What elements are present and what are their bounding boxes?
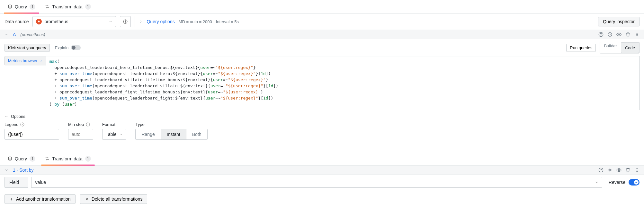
drag-handle-icon[interactable]: [634, 32, 640, 37]
help-icon[interactable]: [598, 32, 604, 37]
tab-transform-bottom[interactable]: Transform data 1: [41, 152, 94, 165]
tabs-bottom: Query 1 Transform data 1: [0, 152, 644, 166]
close-icon: [85, 197, 89, 201]
datasource-help-button[interactable]: [120, 16, 131, 27]
transform-title[interactable]: 1 - Sort by: [13, 167, 34, 173]
query-actions: [598, 32, 640, 37]
svg-point-19: [636, 168, 637, 169]
chevron-down-icon: [4, 115, 8, 119]
explain-toggle[interactable]: [71, 45, 81, 50]
prometheus-icon: [36, 19, 42, 24]
query-options-link[interactable]: Query options: [147, 19, 174, 24]
tab-transform-badge: 1: [85, 4, 91, 10]
transform-icon: [45, 5, 49, 9]
svg-point-11: [637, 35, 638, 36]
tab-query-badge: 1: [30, 4, 35, 10]
chevron-down-icon[interactable]: [4, 168, 8, 172]
svg-point-18: [618, 169, 620, 171]
run-queries-button[interactable]: Run queries: [566, 44, 596, 52]
query-name: (prometheus): [20, 32, 45, 37]
reverse-label: Reverse: [609, 180, 625, 185]
format-value: Table: [106, 132, 116, 137]
format-label: Format: [102, 122, 115, 127]
svg-point-9: [637, 34, 638, 35]
builder-segment[interactable]: Builder: [600, 42, 621, 53]
explain-toggle-wrap: Explain: [55, 45, 81, 50]
transform-field-row: Field Value Reverse: [0, 175, 644, 190]
svg-point-20: [637, 168, 638, 169]
legend-input[interactable]: [4, 129, 59, 140]
svg-point-24: [637, 171, 638, 172]
tab-transform-bottom-label: Transform data: [52, 156, 82, 161]
delete-transformations-button[interactable]: Delete all transformations: [80, 194, 148, 204]
debug-icon[interactable]: [607, 167, 613, 173]
chevron-down-icon: [595, 180, 599, 184]
type-both[interactable]: Both: [186, 129, 207, 139]
svg-point-16: [601, 171, 601, 171]
tab-query-label: Query: [15, 4, 27, 9]
transform-header: 1 - Sort by: [0, 166, 644, 175]
tab-query-bottom-label: Query: [15, 156, 27, 161]
svg-point-22: [637, 170, 638, 170]
add-transformation-button[interactable]: Add another transformation: [4, 194, 76, 204]
help-icon[interactable]: [598, 167, 604, 173]
info-icon[interactable]: [86, 122, 90, 127]
type-range[interactable]: Range: [136, 129, 160, 139]
trash-icon[interactable]: [625, 167, 631, 173]
delete-transformations-label: Delete all transformations: [92, 196, 143, 202]
tab-query-bottom[interactable]: Query 1: [4, 152, 39, 165]
eye-icon[interactable]: [616, 167, 622, 173]
tab-transform[interactable]: Transform data 1: [41, 0, 94, 13]
svg-point-2: [125, 23, 126, 23]
field-select[interactable]: Value: [31, 177, 602, 188]
svg-point-5: [618, 34, 620, 35]
tab-query[interactable]: Query 1: [4, 0, 39, 13]
datasource-select[interactable]: prometheus: [32, 16, 116, 27]
minstep-label: Min step: [68, 122, 84, 127]
svg-point-6: [636, 33, 637, 33]
datasource-label: Data source: [4, 19, 29, 24]
reverse-toggle[interactable]: [629, 179, 640, 186]
database-icon: [8, 5, 12, 9]
metrics-browser-button[interactable]: Metrics browser: [4, 56, 46, 65]
interval-info: Interval = 5s: [216, 19, 239, 24]
kickstart-button[interactable]: Kick start your query: [4, 44, 50, 52]
datasource-toolbar: Data source prometheus Query options MD …: [0, 14, 644, 30]
query-inspector-button[interactable]: Query inspector: [598, 17, 640, 26]
field-value: Value: [35, 180, 46, 185]
chevron-down-icon[interactable]: [4, 33, 8, 36]
type-radio: Range Instant Both: [135, 129, 207, 140]
chevron-right-icon[interactable]: [139, 20, 143, 24]
code-editor-row: Metrics browser max( opencodequest_leade…: [0, 56, 644, 112]
svg-point-14: [8, 157, 11, 158]
divider: [135, 16, 135, 27]
promql-editor[interactable]: max( opencodequest_leaderboard_hero_life…: [46, 56, 640, 110]
database-icon: [8, 157, 12, 161]
type-instant[interactable]: Instant: [161, 129, 186, 139]
reverse-wrap: Reverse: [605, 179, 640, 186]
code-segment[interactable]: Code: [621, 42, 639, 53]
info-icon[interactable]: [20, 122, 24, 127]
legend-label: Legend: [4, 122, 18, 127]
svg-point-7: [637, 33, 638, 33]
transform-icon: [45, 157, 49, 161]
drag-handle-icon[interactable]: [634, 167, 640, 173]
eye-icon[interactable]: [616, 32, 622, 37]
query-controls: Kick start your query Explain Run querie…: [0, 39, 644, 56]
trash-icon[interactable]: [625, 32, 631, 37]
transform-actions-row: Add another transformation Delete all tr…: [0, 190, 644, 208]
plus-icon: [9, 197, 13, 201]
format-select[interactable]: Table: [102, 129, 126, 140]
options-toggle[interactable]: Options: [4, 114, 640, 119]
md-info: MD = auto = 2000: [179, 19, 212, 24]
query-header: A (prometheus): [0, 30, 644, 39]
datasource-value: prometheus: [44, 19, 68, 24]
type-label: Type: [135, 122, 144, 127]
add-transformation-label: Add another transformation: [16, 196, 71, 202]
history-icon[interactable]: [607, 32, 613, 37]
mode-segments: Builder Code: [600, 42, 640, 53]
transform-actions: [598, 167, 640, 173]
minstep-input[interactable]: [68, 129, 93, 140]
chevron-right-icon: [40, 59, 43, 62]
query-letter[interactable]: A: [13, 32, 16, 37]
